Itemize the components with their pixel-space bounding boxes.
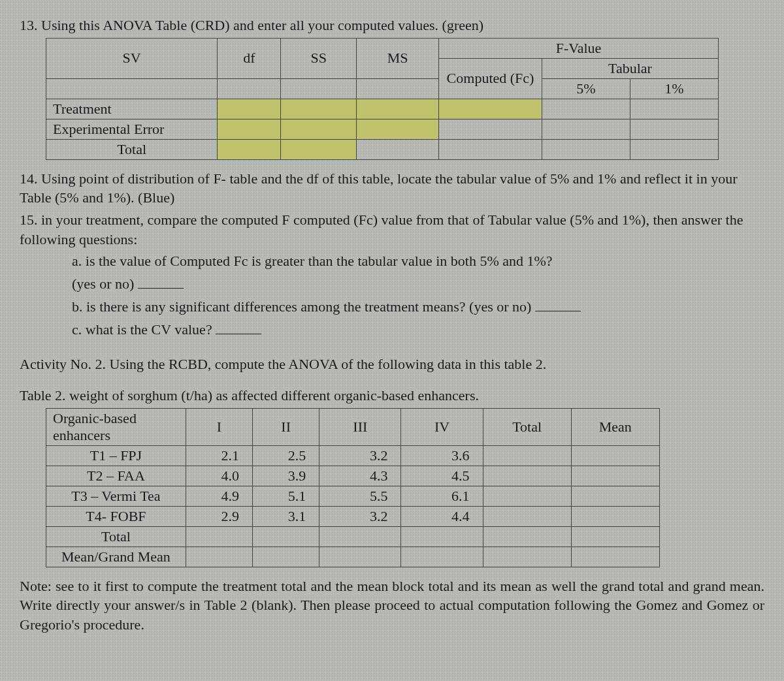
cell-trt-ss[interactable]	[281, 99, 357, 119]
t4-IV: 4.4	[401, 506, 483, 526]
t2-label: T2 – FAA	[46, 466, 186, 486]
h-ss: SS	[281, 38, 357, 78]
cell-err-df[interactable]	[218, 119, 281, 139]
anova-header-row1: SV df SS MS F-Value	[46, 38, 719, 58]
col-total-I[interactable]	[186, 526, 252, 546]
t3-II: 5.1	[253, 486, 319, 506]
h2-mean: Mean	[571, 408, 659, 445]
table2-caption: Table 2. weight of sorghum (t/ha) as aff…	[20, 386, 764, 405]
t4-label: T4- FOBF	[46, 506, 186, 526]
q15-b-line: b. is there is any significant differenc…	[72, 296, 764, 317]
t1-II: 2.5	[253, 445, 319, 466]
t2-row-total: Total	[46, 526, 660, 546]
anova-header-row3: 5% 1%	[46, 78, 719, 99]
cell-tot-ms	[357, 139, 439, 159]
col-mean-II[interactable]	[253, 546, 319, 567]
grand-total[interactable]	[483, 526, 571, 546]
t3-mean[interactable]	[571, 486, 659, 506]
h2-IV: IV	[401, 408, 483, 445]
cell-trt-fc[interactable]	[439, 99, 542, 119]
h2-I: I	[186, 408, 252, 445]
t1-total[interactable]	[483, 445, 571, 466]
cell-err-ss[interactable]	[281, 119, 357, 139]
t3-IV: 6.1	[401, 486, 483, 506]
cell-err-fc	[439, 119, 542, 139]
q15-a: a. is the value of Computed Fc is greate…	[72, 251, 764, 271]
blank-b[interactable]	[535, 296, 581, 311]
t2-II: 3.9	[253, 466, 319, 486]
col-mean-I[interactable]	[186, 546, 252, 567]
lbl-total: Total	[46, 139, 218, 159]
t3-I: 4.9	[186, 486, 252, 506]
h-sv: SV	[46, 38, 218, 78]
q15-a2-line: (yes or no)	[72, 274, 764, 294]
blank-c[interactable]	[216, 319, 261, 334]
activity-heading: Activity No. 2. Using the RCBD, compute …	[20, 355, 764, 374]
t3-total[interactable]	[483, 486, 571, 506]
h-fvalue: F-Value	[439, 38, 719, 58]
cell-tot-df[interactable]	[218, 139, 281, 159]
cell-tot-5	[542, 139, 630, 159]
t2-header: Organic-based enhancers I II III IV Tota…	[46, 408, 660, 445]
anova-table: SV df SS MS F-Value Computed (Fc) Tabula…	[46, 38, 719, 160]
t4-I: 2.9	[186, 506, 252, 526]
t2-total-label: Total	[46, 526, 186, 546]
h-computed: Computed (Fc)	[439, 58, 542, 99]
t2-row-t2: T2 – FAA 4.0 3.9 4.3 4.5	[46, 466, 660, 486]
t2-grand-label: Mean/Grand Mean	[46, 546, 186, 567]
q13-prompt: 13. Using this ANOVA Table (CRD) and ent…	[20, 16, 764, 35]
t1-I: 2.1	[186, 445, 252, 466]
col-total-IV[interactable]	[401, 526, 483, 546]
q15-a2: (yes or no)	[72, 276, 134, 292]
cell-tot-1	[630, 139, 718, 159]
t4-mean[interactable]	[571, 506, 659, 526]
t1-mean[interactable]	[571, 445, 659, 466]
grand-mean[interactable]	[571, 546, 659, 567]
t4-total[interactable]	[483, 506, 571, 526]
q15-lead: 15. in your treatment, compare the compu…	[20, 210, 764, 249]
table2: Organic-based enhancers I II III IV Tota…	[46, 408, 660, 567]
cell-trt-1[interactable]	[630, 99, 718, 119]
h-5pct: 5%	[542, 78, 630, 99]
t2-mean[interactable]	[571, 466, 659, 486]
row-error: Experimental Error	[46, 119, 719, 139]
t2-row-t1: T1 – FPJ 2.1 2.5 3.2 3.6	[46, 445, 660, 466]
t2-I: 4.0	[186, 466, 252, 486]
cell-tot-fc	[439, 139, 542, 159]
t4-II: 3.1	[253, 506, 319, 526]
q14-text: 14. Using point of distribution of F- ta…	[20, 169, 764, 208]
t3-III: 5.5	[319, 486, 401, 506]
col-total-II[interactable]	[253, 526, 319, 546]
t1-label: T1 – FPJ	[46, 445, 186, 466]
lbl-error: Experimental Error	[46, 119, 218, 139]
note-text: Note: see to it first to compute the tre…	[20, 577, 764, 635]
h2-III: III	[319, 408, 401, 445]
t1-III: 3.2	[319, 445, 401, 466]
t1-IV: 3.6	[401, 445, 483, 466]
blank-a[interactable]	[138, 274, 184, 289]
t4-III: 3.2	[319, 506, 401, 526]
cell-trt-ms[interactable]	[357, 99, 439, 119]
h-df: df	[218, 38, 281, 78]
cell-err-ms[interactable]	[357, 119, 439, 139]
cell-trt-df[interactable]	[218, 99, 281, 119]
t2-total[interactable]	[483, 466, 571, 486]
cell-err-1	[630, 119, 718, 139]
gm-total[interactable]	[483, 546, 571, 567]
cell-err-5	[542, 119, 630, 139]
grand-total-mean[interactable]	[571, 526, 659, 546]
h-1pct: 1%	[630, 78, 718, 99]
t2-row-grand: Mean/Grand Mean	[46, 546, 660, 567]
t2-IV: 4.5	[401, 466, 483, 486]
h-tabular: Tabular	[542, 58, 718, 78]
h-ms: MS	[357, 38, 439, 78]
col-mean-III[interactable]	[319, 546, 401, 567]
cell-trt-5[interactable]	[542, 99, 630, 119]
q15-b: b. is there is any significant differenc…	[72, 298, 531, 315]
col-total-III[interactable]	[319, 526, 401, 546]
h2-total: Total	[483, 408, 571, 445]
col-mean-IV[interactable]	[401, 546, 483, 567]
h2-group: Organic-based enhancers	[46, 408, 186, 445]
cell-tot-ss[interactable]	[281, 139, 357, 159]
t3-label: T3 – Vermi Tea	[46, 486, 186, 506]
